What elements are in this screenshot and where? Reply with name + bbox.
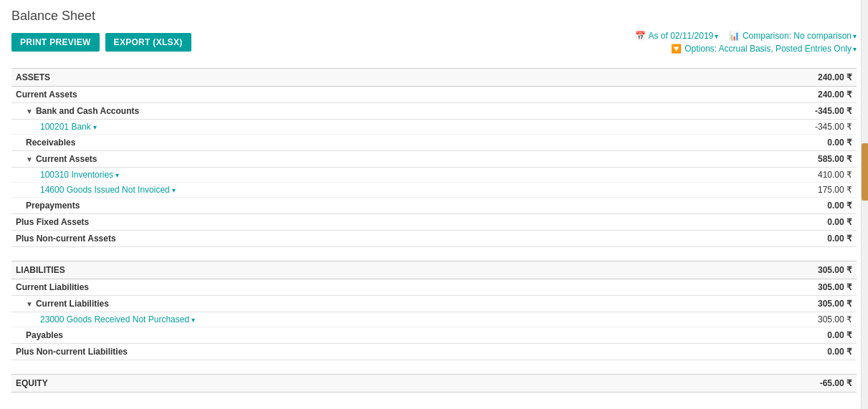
current-liabilities-subgroup: ▼Current Liabilities 305.00 ₹ bbox=[11, 296, 857, 312]
non-current-liabilities-amount: 0.00 ₹ bbox=[811, 344, 857, 360]
options-dropdown-arrow: ▾ bbox=[853, 45, 857, 53]
current-assets-subgroup-amount: 585.00 ₹ bbox=[811, 151, 857, 168]
non-current-liabilities-group: Plus Non-current Liabilities 0.00 ₹ bbox=[11, 344, 857, 360]
non-current-assets-group: Plus Non-current Assets 0.00 ₹ bbox=[11, 231, 857, 247]
current-liabilities-collapse-icon[interactable]: ▼ bbox=[26, 300, 33, 308]
goods-issued-row: 14600 Goods Issued Not Invoiced ▾ 175.00… bbox=[11, 183, 857, 198]
options-filter[interactable]: Options: Accrual Basis, Posted Entries O… bbox=[685, 44, 857, 54]
calendar-icon: 📅 bbox=[635, 31, 646, 41]
prepayments-subgroup: Prepayments 0.00 ₹ bbox=[11, 198, 857, 214]
goods-received-amount: 305.00 ₹ bbox=[811, 312, 857, 327]
current-liabilities-group-amount: 305.00 ₹ bbox=[811, 279, 857, 296]
goods-issued-link[interactable]: 14600 Goods Issued Not Invoiced bbox=[40, 185, 170, 195]
page-title: Balance Sheet bbox=[11, 9, 857, 24]
payables-amount: 0.00 ₹ bbox=[811, 327, 857, 344]
receivables-amount: 0.00 ₹ bbox=[811, 135, 857, 151]
current-assets-group-amount: 240.00 ₹ bbox=[811, 87, 857, 103]
fixed-assets-group: Plus Fixed Assets 0.00 ₹ bbox=[11, 214, 857, 231]
assets-label: ASSETS bbox=[11, 69, 811, 87]
bank-cash-collapse-icon[interactable]: ▼ bbox=[26, 107, 33, 115]
scrollbar-track[interactable] bbox=[861, 0, 868, 393]
receivables-label: Receivables bbox=[11, 135, 811, 151]
inventories-dropdown[interactable]: ▾ bbox=[115, 171, 119, 179]
goods-received-label: 23000 Goods Received Not Purchased ▾ bbox=[11, 312, 811, 327]
goods-issued-amount: 175.00 ₹ bbox=[811, 183, 857, 198]
bank-cash-label: ▼Bank and Cash Accounts bbox=[11, 103, 811, 120]
inventories-amount: 410.00 ₹ bbox=[811, 168, 857, 183]
equity-label: EQUITY bbox=[11, 375, 811, 393]
filter-icon: 🔽 bbox=[671, 44, 682, 54]
goods-received-row: 23000 Goods Received Not Purchased ▾ 305… bbox=[11, 312, 857, 327]
non-current-liabilities-label: Plus Non-current Liabilities bbox=[11, 344, 811, 360]
liabilities-amount: 305.00 ₹ bbox=[811, 261, 857, 279]
current-liabilities-group-label: Current Liabilities bbox=[11, 279, 811, 296]
non-current-assets-label: Plus Non-current Assets bbox=[11, 231, 811, 247]
date-filter[interactable]: As of 02/11/2019 ▾ bbox=[649, 31, 719, 41]
print-preview-button[interactable]: PRINT PREVIEW bbox=[11, 33, 100, 52]
equity-amount: -65.00 ₹ bbox=[811, 375, 857, 393]
bank-account-label: 100201 Bank ▾ bbox=[11, 120, 811, 135]
comparison-filter[interactable]: Comparison: No comparison ▾ bbox=[743, 31, 857, 41]
current-assets-collapse-icon[interactable]: ▼ bbox=[26, 155, 33, 163]
receivables-subgroup: Receivables 0.00 ₹ bbox=[11, 135, 857, 151]
date-filter-label: As of 02/11/2019 bbox=[649, 31, 714, 41]
inventories-label: 100310 Inventories ▾ bbox=[11, 168, 811, 183]
liabilities-section-header: LIABILITIES 305.00 ₹ bbox=[11, 261, 857, 279]
current-assets-subgroup: ▼Current Assets 585.00 ₹ bbox=[11, 151, 857, 168]
current-liabilities-subgroup-amount: 305.00 ₹ bbox=[811, 296, 857, 312]
comparison-filter-label: Comparison: No comparison bbox=[743, 31, 852, 41]
options-filter-label: Options: Accrual Basis, Posted Entries O… bbox=[685, 44, 852, 54]
date-dropdown-arrow: ▾ bbox=[715, 32, 718, 40]
scrollbar-thumb[interactable] bbox=[862, 143, 868, 201]
assets-amount: 240.00 ₹ bbox=[811, 69, 857, 87]
bank-cash-subgroup: ▼Bank and Cash Accounts -345.00 ₹ bbox=[11, 103, 857, 120]
fixed-assets-label: Plus Fixed Assets bbox=[11, 214, 811, 231]
bank-account-row: 100201 Bank ▾ -345.00 ₹ bbox=[11, 120, 857, 135]
current-assets-group: Current Assets 240.00 ₹ bbox=[11, 87, 857, 103]
spacer-1 bbox=[11, 247, 857, 261]
equity-section-header: EQUITY -65.00 ₹ bbox=[11, 375, 857, 393]
goods-received-dropdown[interactable]: ▾ bbox=[191, 316, 195, 324]
goods-issued-dropdown[interactable]: ▾ bbox=[172, 186, 176, 194]
payables-label: Payables bbox=[11, 327, 811, 344]
non-current-assets-amount: 0.00 ₹ bbox=[811, 231, 857, 247]
current-assets-group-label: Current Assets bbox=[11, 87, 811, 103]
bank-account-dropdown[interactable]: ▾ bbox=[93, 123, 97, 131]
liabilities-label: LIABILITIES bbox=[11, 261, 811, 279]
goods-received-link[interactable]: 23000 Goods Received Not Purchased bbox=[40, 314, 189, 324]
current-liabilities-subgroup-label: ▼Current Liabilities bbox=[11, 296, 811, 312]
prepayments-amount: 0.00 ₹ bbox=[811, 198, 857, 214]
prepayments-label: Prepayments bbox=[11, 198, 811, 214]
current-liabilities-group: Current Liabilities 305.00 ₹ bbox=[11, 279, 857, 296]
inventories-link[interactable]: 100310 Inventories bbox=[40, 170, 113, 180]
payables-subgroup: Payables 0.00 ₹ bbox=[11, 327, 857, 344]
spacer-2 bbox=[11, 360, 857, 375]
inventories-row: 100310 Inventories ▾ 410.00 ₹ bbox=[11, 168, 857, 183]
chart-icon: 📊 bbox=[729, 31, 740, 41]
fixed-assets-amount: 0.00 ₹ bbox=[811, 214, 857, 231]
bank-account-link[interactable]: 100201 Bank bbox=[40, 122, 91, 132]
assets-section-header: ASSETS 240.00 ₹ bbox=[11, 69, 857, 87]
comparison-dropdown-arrow: ▾ bbox=[853, 32, 857, 40]
export-xlsx-button[interactable]: EXPORT (XLSX) bbox=[105, 33, 191, 52]
bank-account-amount: -345.00 ₹ bbox=[811, 120, 857, 135]
goods-issued-label: 14600 Goods Issued Not Invoiced ▾ bbox=[11, 183, 811, 198]
bank-cash-amount: -345.00 ₹ bbox=[811, 103, 857, 120]
current-assets-subgroup-label: ▼Current Assets bbox=[11, 151, 811, 168]
